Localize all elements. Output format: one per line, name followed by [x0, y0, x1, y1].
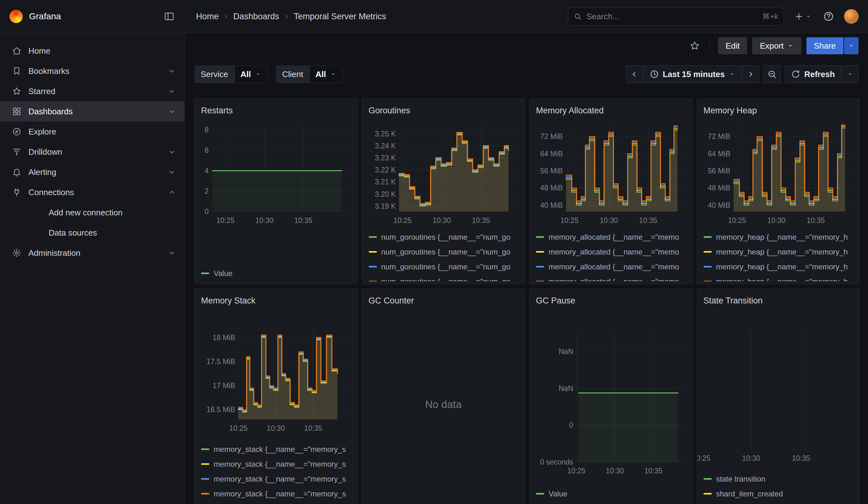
sidebar-item-label: Starred [28, 86, 55, 96]
chart-canvas[interactable]: 10:2510:3010:35 [704, 329, 854, 464]
chart-canvas[interactable]: 72 MiB64 MiB56 MiB48 MiB40 MiB10:2510:30… [536, 125, 686, 226]
chart-area[interactable]: 10:2510:3010:35 [704, 329, 854, 464]
legend-item[interactable]: num_goroutines {__name__="num_go [369, 245, 519, 259]
panel-gc-counter: GC CounterNo data [362, 289, 525, 504]
chart-area[interactable]: 18 MiB17.5 MiB17 MiB16.5 MiB10:2510:3010… [201, 328, 351, 434]
legend-item[interactable]: memory_allocated {__name__="memo [536, 274, 686, 281]
search-bar[interactable]: ⌘+k [568, 8, 784, 25]
service-filter-value[interactable]: All [235, 65, 268, 83]
sidebar-item-data-sources[interactable]: Data sources [0, 223, 184, 243]
time-range-button[interactable]: Last 15 minutes [643, 65, 742, 83]
legend-item[interactable]: shard_item_created [704, 486, 854, 501]
legend-item[interactable]: Value [201, 266, 351, 281]
sidebar-item-explore[interactable]: Explore [0, 122, 184, 142]
sidebar-item-alerting[interactable]: Alerting [0, 162, 184, 182]
legend-item[interactable]: memory_heap {__name__="memory_h [704, 259, 854, 274]
chart-canvas[interactable]: 8642010:2510:3010:35 [201, 125, 351, 226]
sidebar-item-connections[interactable]: Connections [0, 182, 184, 203]
legend-item[interactable]: num_goroutines {__name__="num_go [369, 259, 519, 274]
legend-label: memory_heap {__name__="memory_h [716, 248, 848, 256]
caret-down-icon [805, 13, 812, 20]
favorite-button[interactable] [688, 39, 701, 52]
legend-item[interactable]: memory_heap {__name__="memory_h [704, 274, 854, 281]
svg-text:10:35: 10:35 [644, 467, 662, 475]
svg-text:8: 8 [205, 126, 209, 134]
time-forward-button[interactable] [742, 65, 759, 83]
panel-title[interactable]: Goroutines [369, 104, 519, 117]
chevron-up-icon[interactable] [168, 188, 175, 196]
legend-item[interactable]: memory_allocated {__name__="memo [536, 229, 686, 245]
no-data-message: No data [369, 307, 519, 502]
export-button-label: Export [760, 41, 783, 51]
panel-title[interactable]: GC Counter [369, 294, 519, 307]
legend-swatch [201, 449, 209, 450]
chevron-down-icon[interactable] [168, 88, 175, 95]
sidebar-item-home[interactable]: Home [0, 41, 184, 61]
time-back-button[interactable] [626, 65, 643, 83]
breadcrumb-item[interactable]: Home [196, 12, 219, 21]
legend-item[interactable]: memory_stack {__name__="memory_s [201, 472, 351, 486]
sidebar-item-dashboards[interactable]: Dashboards [0, 101, 184, 122]
panel-title[interactable]: GC Pause [536, 294, 686, 307]
panel-title[interactable]: Memory Stack [201, 294, 351, 307]
sidebar-toggle-button[interactable] [162, 9, 176, 24]
user-avatar[interactable] [844, 9, 859, 24]
sidebar-item-administration[interactable]: Administration [0, 243, 184, 263]
edit-button[interactable]: Edit [718, 37, 747, 54]
chevron-down-icon[interactable] [168, 148, 175, 156]
svg-text:10:30: 10:30 [432, 216, 451, 225]
legend-item[interactable]: state transition [704, 472, 854, 486]
sidebar-item-starred[interactable]: Starred [0, 81, 184, 101]
legend-item[interactable]: memory_stack {__name__="memory_s [201, 442, 351, 457]
chevron-down-icon[interactable] [168, 67, 175, 75]
legend-item[interactable]: num_goroutines {__name__="num_go [369, 229, 519, 245]
sidebar-item-add-new-connection[interactable]: Add new connection [0, 203, 184, 223]
chart-area[interactable]: 72 MiB64 MiB56 MiB48 MiB40 MiB10:2510:30… [536, 125, 686, 226]
legend-item[interactable]: num_goroutines {__name__="num_go [369, 274, 519, 281]
panel-title[interactable]: Memory Allocated [536, 104, 686, 117]
help-button[interactable] [822, 10, 835, 23]
chart-area[interactable]: 8642010:2510:3010:35 [201, 125, 351, 226]
sidebar-item-drilldown[interactable]: Drilldown [0, 142, 184, 162]
zoom-out-button[interactable] [764, 65, 781, 83]
chart-canvas[interactable]: 18 MiB17.5 MiB17 MiB16.5 MiB10:2510:3010… [201, 328, 351, 434]
chart-area[interactable]: 72 MiB64 MiB56 MiB48 MiB40 MiB10:2510:30… [704, 125, 854, 226]
export-button[interactable]: Export [752, 37, 801, 54]
legend-item[interactable]: memory_heap {__name__="memory_h [704, 245, 854, 259]
grafana-logo-icon[interactable] [9, 10, 23, 23]
refresh-button[interactable]: Refresh [785, 65, 841, 83]
panel-title[interactable]: Restarts [201, 104, 351, 117]
svg-text:10:25: 10:25 [728, 216, 746, 225]
new-button[interactable] [793, 10, 813, 22]
search-input[interactable] [586, 11, 758, 22]
chart-canvas[interactable]: 3.25 K3.24 K3.23 K3.22 K3.21 K3.20 K3.19… [369, 125, 519, 226]
chart-area[interactable]: NaNNaN00 seconds10:2510:3010:35 [536, 329, 686, 476]
refresh-interval-button[interactable] [841, 65, 859, 83]
caret-down-icon [848, 42, 855, 49]
legend-item[interactable]: memory_stack {__name__="memory_s [201, 457, 351, 472]
svg-text:72 MiB: 72 MiB [707, 132, 730, 141]
chart-canvas[interactable]: 72 MiB64 MiB56 MiB48 MiB40 MiB10:2510:30… [704, 125, 854, 226]
client-filter-value[interactable]: All [309, 65, 342, 83]
chevron-down-icon[interactable] [168, 108, 175, 115]
chevron-down-icon[interactable] [168, 168, 175, 176]
svg-text:3.24 K: 3.24 K [375, 142, 396, 150]
share-caret-button[interactable] [844, 37, 859, 54]
legend-item[interactable]: memory_stack {__name__="memory_s [201, 486, 351, 501]
chevron-down-icon[interactable] [168, 249, 175, 257]
breadcrumb-item[interactable]: Dashboards [233, 12, 279, 21]
svg-text:10:35: 10:35 [639, 216, 658, 225]
legend-item[interactable]: memory_allocated {__name__="memo [536, 259, 686, 274]
share-button[interactable]: Share [806, 37, 844, 54]
sidebar-item-bookmarks[interactable]: Bookmarks [0, 61, 184, 81]
sidebar-nav: HomeBookmarksStarredDashboardsExploreDri… [0, 41, 184, 263]
legend-item[interactable]: memory_heap {__name__="memory_h [704, 229, 854, 245]
panel-title[interactable]: State Transition [704, 294, 854, 307]
panel-title[interactable]: Memory Heap [704, 104, 854, 117]
chart-canvas[interactable]: NaNNaN00 seconds10:2510:3010:35 [536, 329, 686, 476]
legend-item[interactable]: Value [536, 486, 686, 501]
chart-area[interactable]: 3.25 K3.24 K3.23 K3.22 K3.21 K3.20 K3.19… [369, 125, 519, 226]
legend-item[interactable]: memory_allocated {__name__="memo [536, 245, 686, 259]
legend-swatch [704, 281, 712, 281]
svg-text:17 MiB: 17 MiB [213, 381, 235, 390]
